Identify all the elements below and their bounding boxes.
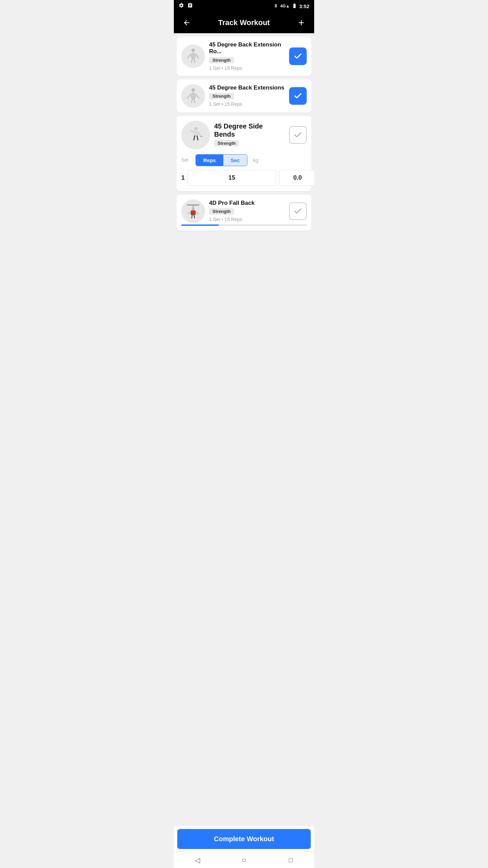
tabs-row: Set Reps Sec kg (181, 154, 307, 166)
progress-bar-fill (181, 224, 219, 226)
reps-input[interactable] (187, 170, 276, 186)
time-display: 3:52 (299, 3, 309, 9)
check-button-4[interactable] (289, 202, 307, 220)
card-top-2: 45 Degree Back Extensions Strength 1 Set… (181, 84, 307, 108)
exercise-name-4: 4D Pro Fall Back (209, 200, 285, 206)
card-top-3: 45 Degree Side Bends Strength (181, 121, 307, 150)
clipboard-icon (187, 3, 193, 9)
exercise-avatar-4 (181, 199, 205, 223)
set-tab-label: Set (181, 157, 193, 163)
kg-label: kg (253, 157, 258, 163)
exercise-sets-4: 1 Set • 15 Reps (209, 217, 242, 222)
settings-icon (179, 3, 184, 9)
input-row: 1 + (181, 170, 307, 186)
exercise-tag-2: Strength (209, 93, 234, 99)
exercise-card-3: 45 Degree Side Bends Strength Set Reps S… (177, 116, 311, 191)
exercise-list: 45 Degree Back Extension Ro... Strength … (174, 33, 314, 261)
weight-input[interactable] (279, 170, 314, 186)
svg-line-3 (196, 54, 199, 58)
svg-rect-22 (191, 210, 196, 215)
svg-line-23 (188, 212, 191, 214)
tab-group: Reps Sec (196, 154, 247, 166)
svg-line-17 (194, 136, 195, 140)
svg-line-5 (194, 59, 195, 62)
check-button-1[interactable] (289, 47, 307, 65)
svg-line-14 (198, 132, 201, 136)
svg-line-26 (194, 215, 195, 218)
svg-line-8 (187, 94, 191, 98)
exercise-avatar-3 (181, 121, 210, 150)
exercise-avatar-1 (181, 44, 205, 68)
card-top-4: 4D Pro Fall Back Strength 1 Set • 15 Rep… (181, 199, 307, 223)
sec-tab[interactable]: Sec (223, 155, 247, 166)
exercise-info-2: 45 Degree Back Extensions Strength 1 Set… (209, 84, 285, 107)
bluetooth-icon (273, 3, 278, 9)
exercise-card-1: 45 Degree Back Extension Ro... Strength … (177, 37, 311, 76)
svg-line-9 (196, 94, 199, 98)
check-button-2[interactable] (289, 87, 307, 105)
exercise-card-4: 4D Pro Fall Back Strength 1 Set • 15 Rep… (177, 195, 311, 231)
svg-line-18 (197, 136, 198, 140)
svg-line-4 (191, 59, 192, 62)
exercise-tag-4: Strength (209, 208, 234, 215)
exercise-tag-1: Strength (209, 57, 234, 63)
svg-line-11 (194, 99, 195, 103)
page-title: Track Workout (218, 18, 270, 27)
exercise-name-2: 45 Degree Back Extensions (209, 84, 285, 91)
back-button[interactable] (180, 16, 194, 29)
reps-tab[interactable]: Reps (196, 155, 223, 166)
svg-rect-19 (187, 204, 200, 205)
exercise-sets-1: 1 Set • 15 Reps (209, 65, 242, 71)
battery-icon (292, 3, 297, 9)
exercise-name-1: 45 Degree Back Extension Ro... (209, 41, 285, 55)
exercise-info-4: 4D Pro Fall Back Strength 1 Set • 15 Rep… (209, 200, 285, 222)
status-right-icons: 4G▲ 3:52 (273, 3, 309, 9)
svg-line-25 (192, 215, 192, 218)
svg-line-24 (196, 212, 199, 214)
expanded-section-3: Set Reps Sec kg 1 + (181, 154, 307, 186)
exercise-tag-3: Strength (214, 140, 239, 146)
progress-bar (181, 224, 307, 226)
svg-line-16 (191, 131, 194, 132)
svg-rect-13 (194, 131, 198, 136)
status-left-icons (179, 3, 193, 9)
card-top-1: 45 Degree Back Extension Ro... Strength … (181, 41, 307, 71)
app-bar: Track Workout (174, 12, 314, 33)
exercise-card-2: 45 Degree Back Extensions Strength 1 Set… (177, 79, 311, 113)
exercise-name-3: 45 Degree Side Bends (214, 122, 285, 138)
svg-point-12 (194, 127, 198, 131)
exercise-sets-2: 1 Set • 15 Reps (209, 101, 242, 107)
svg-rect-15 (200, 136, 202, 137)
svg-point-7 (191, 92, 196, 100)
status-bar: 4G▲ 3:52 (174, 0, 314, 12)
add-exercise-button[interactable] (294, 16, 308, 29)
svg-point-0 (191, 48, 195, 52)
signal-4g-icon: 4G▲ (280, 4, 290, 8)
svg-line-2 (188, 54, 191, 58)
svg-point-6 (191, 88, 195, 92)
svg-line-10 (191, 99, 192, 103)
exercise-info-3: 45 Degree Side Bends Strength (214, 122, 285, 148)
exercise-info-1: 45 Degree Back Extension Ro... Strength … (209, 41, 285, 71)
check-button-3[interactable] (289, 126, 307, 144)
svg-point-1 (191, 53, 196, 59)
exercise-avatar-2 (181, 84, 205, 108)
svg-point-21 (192, 208, 195, 211)
set-number: 1 (181, 174, 185, 181)
